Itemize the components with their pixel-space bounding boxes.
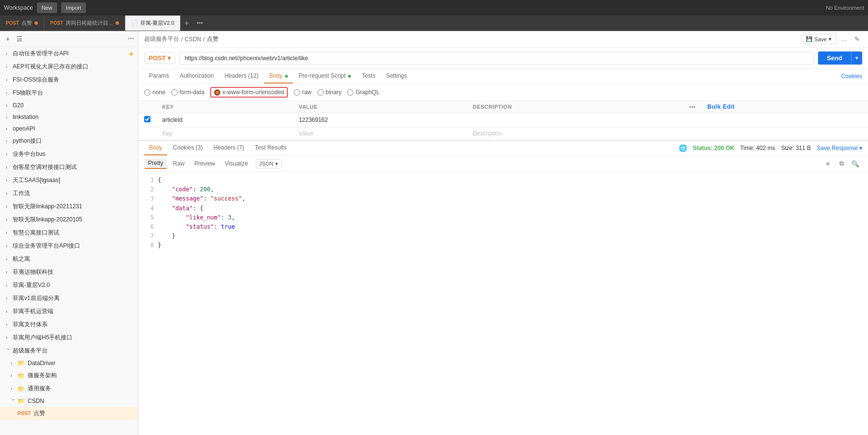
- copy-response-button[interactable]: ⧉: [836, 159, 847, 168]
- row-extra-cell: [701, 113, 868, 127]
- environment-selector[interactable]: No Environment: [826, 5, 864, 11]
- empty-desc[interactable]: Description: [467, 127, 684, 140]
- sidebar-list-button[interactable]: ☰: [15, 34, 25, 44]
- resp-tab-testresults[interactable]: Test Results: [250, 141, 291, 155]
- tab-post-room[interactable]: POST 房间日耗能统计目...: [44, 16, 125, 31]
- row-checkbox[interactable]: [144, 116, 150, 122]
- row-more-cell: [684, 113, 701, 127]
- tab-feiyu[interactable]: 📄 菲寓-重层V2.0: [125, 16, 181, 31]
- resp-tab-headers[interactable]: Headers (7): [209, 141, 249, 155]
- table-row: articleId 122369162: [138, 113, 868, 127]
- col-bulk-edit[interactable]: Bulk Edit: [701, 101, 868, 113]
- sidebar-item-bus[interactable]: › 业务中台bus: [0, 148, 138, 161]
- sidebar-item-linkstation[interactable]: › linkstation: [0, 111, 138, 123]
- sidebar-item-feiyu-v2[interactable]: › 菲寓-重层V2.0: [0, 279, 138, 292]
- radio-none[interactable]: none: [144, 89, 166, 96]
- wrap-lines-button[interactable]: ≡: [823, 159, 833, 168]
- sidebar-item-hangyu[interactable]: › 航之寓: [0, 252, 138, 266]
- more-options-button[interactable]: ...: [839, 34, 849, 44]
- new-button[interactable]: New: [37, 2, 57, 13]
- sidebar-item-fsi[interactable]: › FSI-OSS综合服务: [0, 73, 138, 86]
- radio-formdata[interactable]: form-data: [171, 89, 204, 96]
- sidebar-item-datadriver[interactable]: › 📁 DataDriver: [0, 357, 138, 369]
- sidebar-item-zonghe[interactable]: › 综合业务管理平台API接口: [0, 239, 138, 252]
- sidebar-item-zhihui[interactable]: › 智慧公寓接口测试: [0, 226, 138, 239]
- resp-tab-cookies[interactable]: Cookies (3): [168, 141, 207, 155]
- sidebar-item-csdn[interactable]: › 📁 CSDN: [0, 395, 138, 407]
- sidebar-more-button[interactable]: •••: [128, 35, 134, 42]
- empty-value[interactable]: Value: [293, 127, 467, 140]
- tab-tests[interactable]: Tests: [357, 69, 380, 84]
- sidebar-item-chuangke[interactable]: › 创客星空调对接接口测试: [0, 161, 138, 174]
- chevron-icon: ›: [6, 191, 11, 196]
- tab-params[interactable]: Params: [144, 69, 174, 84]
- sidebar-item-feiyu-pay[interactable]: › 菲寓支付体系: [0, 318, 138, 331]
- unsaved-dot: [34, 21, 38, 25]
- import-button[interactable]: Import: [61, 2, 86, 13]
- radio-raw[interactable]: raw: [294, 89, 311, 96]
- tab-post-dianzan[interactable]: POST 点赞: [0, 16, 44, 31]
- sidebar-item-feiyu-v1[interactable]: › 菲寓v1前后端分离: [0, 292, 138, 305]
- sidebar-item-workflow[interactable]: › 工作流: [0, 187, 138, 200]
- sidebar-item-general[interactable]: › 📁 通用服务: [0, 382, 138, 395]
- empty-more: [684, 127, 701, 140]
- json-format-selector[interactable]: JSON ▾: [256, 159, 282, 168]
- radio-binary[interactable]: binary: [317, 89, 342, 96]
- tabs-more-button[interactable]: •••: [193, 16, 207, 31]
- json-line-7: 7 }: [144, 232, 862, 241]
- sidebar-item-g20[interactable]: › G20: [0, 100, 138, 111]
- save-response-button[interactable]: Save Response ▾: [817, 145, 862, 151]
- sidebar-item-python[interactable]: › python接口: [0, 134, 138, 148]
- sidebar-item-label: 创客星空调对接接口测试: [13, 163, 77, 171]
- sidebar-item-like-active[interactable]: POST 点赞: [0, 407, 138, 420]
- row-desc-cell[interactable]: [467, 113, 684, 127]
- sidebar-item-aep[interactable]: › AEP可视化大屏已存在的接口: [0, 60, 138, 73]
- sidebar-item-tiangong[interactable]: › 天工SAAS[tgsaas]: [0, 174, 138, 187]
- radio-graphql[interactable]: GraphQL: [347, 89, 379, 96]
- sidebar-item-feiyu-user[interactable]: › 菲寓用户端H5手机接口: [0, 331, 138, 344]
- sidebar-item-super-platform[interactable]: › 超级服务平台: [0, 344, 138, 357]
- fmt-pretty[interactable]: Pretty: [144, 158, 167, 169]
- sidebar-add-button[interactable]: +: [4, 34, 12, 44]
- response-format-row: Pretty Raw Preview Visualize JSON ▾ ≡ ⧉ …: [138, 156, 868, 172]
- tab-prerequest[interactable]: Pre-request Script: [294, 69, 356, 84]
- tab-authorization[interactable]: Authorization: [175, 69, 218, 84]
- sidebar-item-auto-task[interactable]: › 自动任务管理平台API ★: [0, 47, 138, 60]
- search-response-button[interactable]: 🔍: [849, 159, 862, 168]
- tab-body[interactable]: Body: [264, 69, 293, 84]
- col-value-header: VALUE: [293, 101, 467, 113]
- sidebar-item-microservice[interactable]: › 📁 微服务架构: [0, 369, 138, 382]
- sidebar-item-feiyu-mobile[interactable]: › 菲寓手机运营端: [0, 305, 138, 318]
- row-value-cell[interactable]: 122369162: [293, 113, 467, 127]
- row-key-cell[interactable]: articleId: [156, 113, 293, 127]
- sidebar-item-fs[interactable]: › FS物联平台: [0, 86, 138, 100]
- bulk-edit-button[interactable]: Bulk Edit: [707, 103, 735, 110]
- sidebar-item-openapi[interactable]: › openAPI: [0, 123, 138, 134]
- empty-key[interactable]: Key: [156, 127, 293, 140]
- resp-tab-body[interactable]: Body: [144, 141, 167, 155]
- sidebar-item-feida[interactable]: › 菲夷达物联科技: [0, 266, 138, 279]
- send-button[interactable]: Send: [818, 51, 851, 65]
- row-checkbox-cell[interactable]: [138, 113, 156, 127]
- chevron-icon: ›: [6, 90, 11, 96]
- tab-settings[interactable]: Settings: [381, 69, 412, 84]
- sidebar-item-zhilian2[interactable]: › 智联无限linkapp-20220105: [0, 213, 138, 226]
- method-selector[interactable]: POST ▾: [144, 52, 175, 64]
- sidebar-item-label: 菲寓v1前后端分离: [13, 294, 60, 302]
- save-button[interactable]: 💾 Save ▾: [801, 34, 836, 44]
- sidebar-item-label: 菲寓-重层V2.0: [13, 281, 50, 289]
- chevron-icon: ›: [6, 230, 11, 235]
- cookies-link[interactable]: Cookies: [841, 73, 862, 80]
- sidebar-item-zhilian1[interactable]: › 智联无限linkapp-20211231: [0, 200, 138, 213]
- fmt-preview[interactable]: Preview: [190, 159, 219, 168]
- url-input[interactable]: [179, 52, 814, 65]
- chevron-icon: ›: [6, 138, 11, 144]
- send-caret-button[interactable]: ▾: [851, 51, 862, 65]
- add-tab-button[interactable]: +: [181, 16, 193, 31]
- radio-urlencoded[interactable]: x-www-form-urlencoded: [210, 87, 288, 98]
- fmt-raw[interactable]: Raw: [169, 159, 188, 168]
- fmt-visualize[interactable]: Visualize: [221, 159, 252, 168]
- edit-button[interactable]: ✎: [852, 34, 862, 44]
- chevron-icon: ›: [6, 335, 11, 340]
- tab-headers[interactable]: Headers (12): [219, 69, 263, 84]
